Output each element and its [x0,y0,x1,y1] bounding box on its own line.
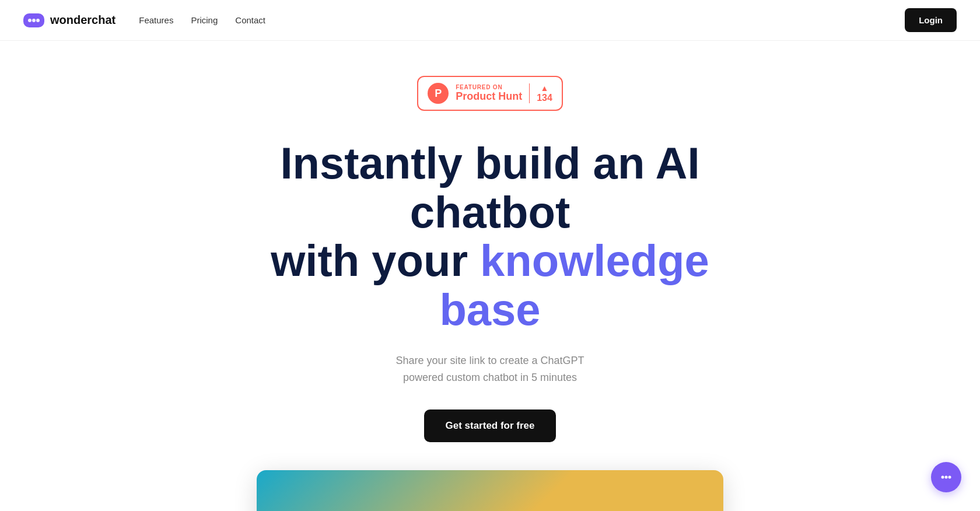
product-hunt-logo: P [428,83,449,104]
svg-point-5 [949,476,951,479]
logo-icon [23,13,44,27]
nav-pricing[interactable]: Pricing [191,15,218,25]
nav-features[interactable]: Features [139,15,173,25]
nav-links: Features Pricing Contact [139,15,265,25]
product-hunt-badge[interactable]: P FEATURED ON Product Hunt ▲ 134 [417,76,563,111]
upvote-count: 134 [537,93,552,103]
demo-background [257,470,723,511]
get-started-button[interactable]: Get started for free [424,410,555,442]
nav-contact[interactable]: Contact [235,15,265,25]
logo[interactable]: wonderchat [23,13,116,27]
hero-headline: Instantly build an AI chatbot with your … [228,139,752,334]
hero-section: P FEATURED ON Product Hunt ▲ 134 Instant… [0,41,980,511]
upvote-arrow-icon: ▲ [541,83,549,93]
subheadline-line1: Share your site link to create a ChatGPT [396,355,584,366]
chat-widget-button[interactable] [931,462,961,492]
navbar: wonderchat Features Pricing Contact Logi… [0,0,980,41]
svg-point-4 [945,476,948,479]
svg-point-2 [36,19,40,22]
headline-line2-plain: with your [271,236,480,285]
login-button[interactable]: Login [905,8,957,32]
product-hunt-featured-label: FEATURED ON [456,84,502,90]
subheadline-line2: powered custom chatbot in 5 minutes [403,372,577,383]
product-hunt-text: FEATURED ON Product Hunt [456,84,522,103]
logo-text: wonderchat [50,13,116,27]
product-hunt-votes: ▲ 134 [529,83,552,103]
svg-point-3 [942,476,944,479]
product-hunt-name: Product Hunt [456,90,522,103]
headline-line1: Instantly build an AI chatbot [280,138,699,237]
demo-preview: sages remaining: 45 Dashboard Create an … [257,470,723,511]
hero-subheadline: Share your site link to create a ChatGPT… [396,352,584,386]
headline-highlight: knowledge base [439,236,709,334]
svg-point-1 [32,19,36,22]
svg-point-0 [28,19,32,22]
